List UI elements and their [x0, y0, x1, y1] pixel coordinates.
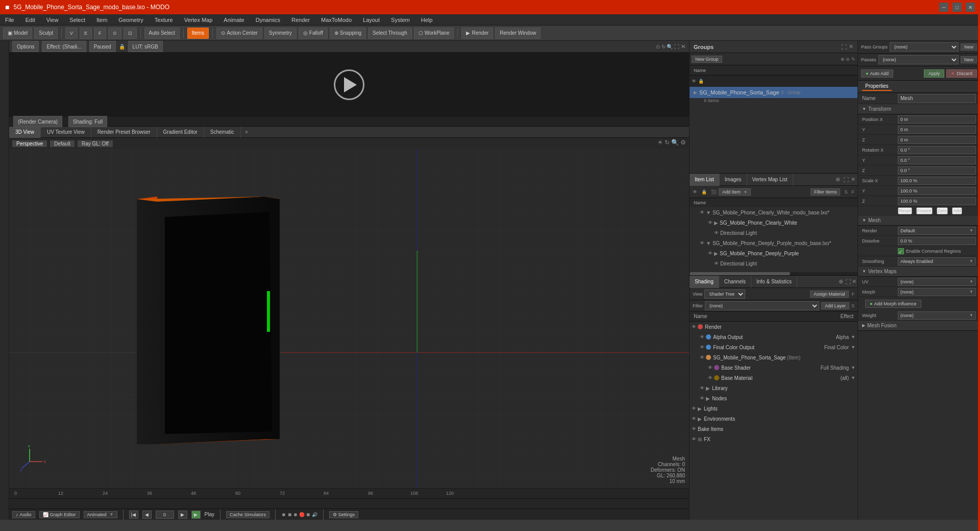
- close-btn[interactable]: ✕: [966, 3, 975, 12]
- tab-info-stats[interactable]: Info & Statistics: [751, 276, 797, 288]
- tab-schematic[interactable]: Schematic: [204, 127, 241, 138]
- shader-base-shader[interactable]: 👁 Base Shader Full Shading ▼: [690, 363, 857, 373]
- shader-render[interactable]: 👁 Render: [690, 322, 857, 332]
- position-y-input[interactable]: [898, 126, 976, 134]
- menu-select[interactable]: Select: [67, 16, 87, 24]
- shader-bake-items[interactable]: 👁 Bake Items: [690, 424, 857, 434]
- tab-3d-view[interactable]: 3D View: [9, 127, 41, 138]
- menu-vertex-map[interactable]: Vertex Map: [182, 16, 215, 24]
- item-eye-icon[interactable]: 👁: [693, 189, 697, 195]
- menu-edit[interactable]: Edit: [23, 16, 37, 24]
- shader-dropdown-base[interactable]: ▼: [851, 365, 855, 370]
- tab-item-list[interactable]: Item List: [690, 174, 720, 186]
- group-lock-icon[interactable]: 🔒: [698, 79, 704, 84]
- auto-add-btn[interactable]: ● Auto Add: [861, 69, 893, 78]
- scale-z-input[interactable]: [898, 197, 976, 205]
- scale-y-input[interactable]: [898, 187, 976, 195]
- add-viewport-tab-btn[interactable]: +: [241, 128, 253, 137]
- frame-input[interactable]: [156, 511, 174, 519]
- mesh-section-header[interactable]: ▼ Mesh: [858, 215, 980, 226]
- morph-dropdown[interactable]: (none) ▼: [898, 288, 976, 296]
- workplane-btn[interactable]: ⬡ WorkPlane: [414, 28, 454, 39]
- apply-btn[interactable]: Apply: [924, 69, 945, 78]
- select-through-btn[interactable]: Select Through: [368, 28, 412, 39]
- model-btn[interactable]: ▣ Model: [3, 28, 32, 39]
- shading-close-icon[interactable]: ✕: [852, 278, 856, 285]
- shader-eye-bake[interactable]: 👁: [692, 426, 696, 431]
- shader-eye-base-mat[interactable]: 👁: [708, 375, 713, 380]
- preview-icons[interactable]: ⊙ ↻ 🔍 ⛶ ✕: [656, 44, 686, 50]
- rotation-z-input[interactable]: [898, 166, 976, 175]
- item-eye-1[interactable]: 👁: [700, 210, 704, 215]
- preview-lock-icon[interactable]: 🔒: [119, 44, 125, 50]
- step-back-btn[interactable]: ◀: [142, 511, 152, 519]
- add-item-btn[interactable]: Add Item ▼: [719, 188, 751, 196]
- shader-eye-base-shader[interactable]: 👁: [708, 365, 713, 370]
- add-layer-btn[interactable]: Add Layer: [821, 302, 849, 309]
- menu-system[interactable]: System: [389, 16, 412, 24]
- vp-light-icon[interactable]: ☀: [657, 139, 663, 146]
- tab-gradient-editor[interactable]: Gradient Editor: [157, 127, 204, 138]
- group-eye-icon[interactable]: 👁: [692, 79, 696, 84]
- pass-groups-new-btn[interactable]: New: [961, 43, 977, 51]
- items-btn[interactable]: Items: [187, 28, 209, 39]
- falloff-btn[interactable]: ◎ Falloff: [299, 28, 328, 39]
- add-transform-btn[interactable]: Add: [952, 207, 962, 214]
- snapping-btn[interactable]: ⊕ Snapping: [330, 28, 366, 39]
- maximize-btn[interactable]: □: [952, 3, 962, 12]
- render-dropdown[interactable]: Default ▼: [898, 227, 976, 235]
- auto-select-btn[interactable]: Auto Select: [144, 28, 180, 39]
- tab-shading[interactable]: Shading: [690, 276, 719, 288]
- transform-section-header[interactable]: ▼ Transform: [858, 104, 980, 114]
- item-list-add-icon[interactable]: ⊕: [832, 176, 843, 183]
- enable-cmd-regions-label[interactable]: Enable Command Regions: [906, 249, 976, 254]
- perspective-label[interactable]: Perspective: [12, 140, 47, 147]
- vp-search-icon[interactable]: 🔍: [671, 139, 679, 146]
- tab-render-preset[interactable]: Render Preset Browser: [91, 127, 157, 138]
- collapse-1[interactable]: ▼: [706, 210, 711, 215]
- position-x-input[interactable]: [898, 115, 976, 124]
- item-eye-4[interactable]: 👁: [700, 240, 704, 246]
- shader-eye-envs[interactable]: 👁: [692, 416, 696, 421]
- window-controls[interactable]: ─ □ ✕: [939, 3, 975, 12]
- new-group-btn[interactable]: New Group: [692, 56, 722, 63]
- shader-alpha-output[interactable]: 👁 Alpha Output Alpha ▼: [690, 332, 857, 342]
- passes-select[interactable]: (none): [878, 55, 959, 64]
- rotation-y-input[interactable]: [898, 156, 976, 164]
- add-morph-btn[interactable]: ● Add Morph Influence: [865, 300, 921, 308]
- zero-btn[interactable]: Zero: [937, 207, 948, 214]
- tab-uv-texture[interactable]: UV Texture View: [41, 127, 91, 138]
- shader-tree-select[interactable]: Shader Tree: [704, 289, 745, 299]
- sculpt-btn[interactable]: Sculpt: [34, 28, 58, 39]
- settings-btn[interactable]: ⚙ Settings: [329, 511, 359, 518]
- menu-render[interactable]: Render: [289, 16, 312, 24]
- nodes-arrow[interactable]: ▶: [706, 396, 710, 401]
- tab-properties[interactable]: Properties: [862, 82, 892, 91]
- default-label[interactable]: Default: [50, 140, 75, 147]
- shader-dropdown-base-mat[interactable]: ▼: [851, 375, 855, 380]
- item-dir-light-1[interactable]: 👁 Directional Light: [690, 228, 857, 238]
- scale-x-input[interactable]: [898, 177, 976, 185]
- item-eye-5[interactable]: 👁: [708, 251, 713, 256]
- tab-channels[interactable]: Channels: [719, 276, 751, 288]
- library-arrow[interactable]: ▶: [706, 385, 710, 391]
- mode-s-btn[interactable]: ⊡: [124, 28, 137, 39]
- menu-animate[interactable]: Animate: [222, 16, 246, 24]
- item-render-icon[interactable]: ⬛: [711, 189, 717, 195]
- item-list-close-icon[interactable]: ✕: [851, 176, 855, 183]
- shader-library[interactable]: 👁 ▶ Library: [690, 383, 857, 393]
- item-lock-icon[interactable]: 🔒: [701, 189, 707, 195]
- reset-btn[interactable]: Reset: [898, 207, 912, 214]
- passes-new-btn[interactable]: New: [961, 56, 977, 63]
- mode-e-btn[interactable]: E: [80, 28, 92, 39]
- shader-eye-nodes[interactable]: 👁: [700, 396, 704, 401]
- discard-btn[interactable]: ✕ Discard: [946, 69, 977, 78]
- shader-eye-final[interactable]: 👁: [700, 345, 704, 350]
- mode-i-btn[interactable]: ⊙: [108, 28, 121, 39]
- mode-v-btn[interactable]: V: [65, 28, 78, 39]
- shader-dropdown-final[interactable]: ▼: [851, 345, 855, 350]
- shader-lights[interactable]: 👁 ▶ Lights: [690, 403, 857, 414]
- item-deeply-purple-mesh[interactable]: 👁 ▶ SG_Mobile_Phone_Deeply_Purple: [690, 248, 857, 258]
- shader-environments[interactable]: 👁 ▶ Environments: [690, 414, 857, 424]
- item-clearly-white-mesh[interactable]: 👁 ▶ SG_Mobile_Phone_Clearly_White: [690, 218, 857, 228]
